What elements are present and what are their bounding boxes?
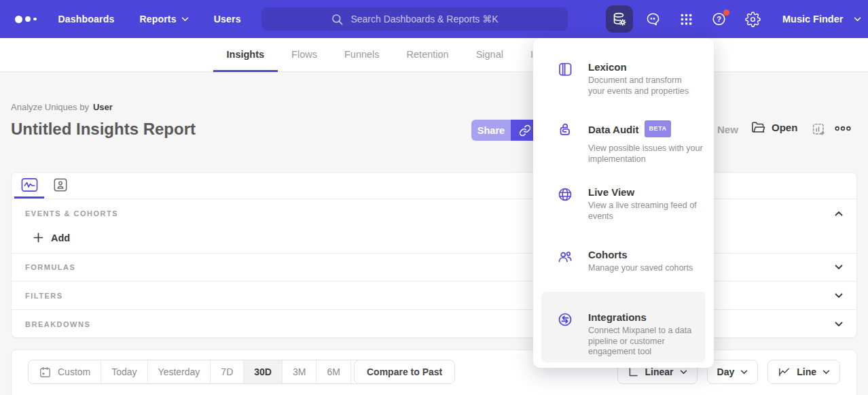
section-filters[interactable]: FILTERS <box>12 281 856 310</box>
tab-funnels[interactable]: Funnels <box>331 38 393 72</box>
date-range-6m[interactable]: 6M <box>317 360 350 383</box>
compare-to-past-button[interactable]: Compare to Past <box>354 360 455 384</box>
menu-item-title-text: Data Audit <box>588 123 638 136</box>
app-root: Dashboards Reports Users Search Dashboar… <box>0 0 868 395</box>
chevron-down-icon <box>822 370 830 375</box>
apps-grid-button[interactable] <box>672 5 700 33</box>
tab-flows[interactable]: Flows <box>278 38 331 72</box>
add-event-button[interactable]: Add <box>33 233 70 243</box>
svg-text:?: ? <box>717 15 721 23</box>
menu-item-title: Integrations <box>588 311 708 324</box>
menu-item-text: Cohorts Manage your saved cohorts <box>588 248 708 274</box>
nav-icon-group: ? <box>606 0 766 38</box>
date-range-today[interactable]: Today <box>101 360 147 383</box>
page-title: Untitled Insights Report <box>11 120 196 139</box>
chevron-up-icon[interactable] <box>835 211 843 216</box>
more-options-button[interactable] <box>834 125 852 132</box>
menu-item-description: Manage your saved cohorts <box>588 263 708 274</box>
chart-type-label: Line <box>797 366 816 377</box>
add-to-dashboard-icon <box>812 122 826 137</box>
line-chart-icon <box>778 366 791 379</box>
report-tabs: Insights Flows Funnels Retention Signal … <box>0 38 868 72</box>
scale-label: Linear <box>645 366 674 377</box>
cohorts-icon <box>557 249 573 268</box>
menu-item-description: Document and transform your events and p… <box>588 75 708 97</box>
nav-dashboards[interactable]: Dashboards <box>58 14 115 24</box>
date-range-label: Custom <box>58 366 90 377</box>
database-gear-icon <box>611 11 628 27</box>
query-builder-panel: EVENTS & COHORTS Add FORMULAS FILTERS BR… <box>11 172 857 338</box>
chevron-down-icon[interactable] <box>835 293 843 298</box>
linear-scale-icon <box>628 366 639 378</box>
menu-item-text: Data Audit BETA View possible issues wit… <box>588 121 708 165</box>
section-formulas[interactable]: FORMULAS <box>12 254 856 281</box>
tab-signal[interactable]: Signal <box>463 38 517 72</box>
integrations-icon <box>557 311 573 330</box>
chart-toolbar: Custom Today Yesterday 7D 30D 3M 6M 12M … <box>11 349 857 395</box>
breadcrumb: Analyze Uniques byUser <box>11 102 113 112</box>
metrics-tab[interactable] <box>14 173 44 199</box>
nav-users[interactable]: Users <box>214 14 241 24</box>
lexicon-icon <box>557 61 573 80</box>
open-report-button[interactable]: Open <box>751 121 797 134</box>
feedback-bubble-icon <box>645 12 661 27</box>
folder-icon <box>751 121 765 134</box>
menu-item-description: View possible issues with your implement… <box>588 143 708 165</box>
date-range-7d[interactable]: 7D <box>211 360 244 383</box>
interval-selector[interactable]: Day <box>707 360 759 384</box>
date-range-custom[interactable]: Custom <box>29 360 101 383</box>
search-input[interactable]: Search Dashboards & Reports ⌘K <box>261 7 568 31</box>
nav-reports[interactable]: Reports <box>139 14 188 24</box>
chevron-down-icon[interactable] <box>835 264 843 270</box>
tab-insights[interactable]: Insights <box>213 38 278 72</box>
date-range-yesterday[interactable]: Yesterday <box>148 360 211 383</box>
menu-item-data-audit[interactable]: Data Audit BETA View possible issues wit… <box>557 121 703 165</box>
share-button-group: Share <box>471 120 539 141</box>
breadcrumb-entity[interactable]: User <box>93 102 113 112</box>
menu-item-integrations[interactable]: Integrations Connect Mixpanel to a data … <box>541 292 706 362</box>
section-label: BREAKDOWNS <box>25 320 90 328</box>
chart-type-selector[interactable]: Line <box>767 360 840 384</box>
menu-item-text: Lexicon Document and transform your even… <box>588 61 708 97</box>
apps-grid-icon <box>679 12 693 27</box>
menu-item-title: Data Audit BETA <box>588 121 708 138</box>
beta-badge: BETA <box>645 120 670 137</box>
query-mode-tabs <box>12 173 856 199</box>
chevron-down-icon <box>181 17 189 22</box>
section-events-cohorts[interactable]: EVENTS & COHORTS <box>12 199 856 222</box>
breadcrumb-prefix: Analyze Uniques by <box>11 102 89 112</box>
menu-item-cohorts[interactable]: Cohorts Manage your saved cohorts <box>557 248 703 274</box>
person-card-icon <box>53 177 68 192</box>
help-button[interactable]: ? <box>706 5 733 33</box>
link-icon <box>519 124 531 137</box>
chevron-down-icon[interactable] <box>835 322 843 327</box>
menu-item-text: Integrations Connect Mixpanel to a data … <box>588 311 708 358</box>
section-breakdowns[interactable]: BREAKDOWNS <box>12 310 856 339</box>
search-placeholder: Search Dashboards & Reports ⌘K <box>350 14 498 24</box>
menu-item-lexicon[interactable]: Lexicon Document and transform your even… <box>557 61 703 97</box>
search-icon <box>331 13 344 26</box>
chevron-down-icon <box>740 370 748 375</box>
workspace-switcher[interactable]: Music Finder <box>782 0 861 38</box>
menu-item-description: View a live streaming feed of events <box>588 201 708 222</box>
section-label: EVENTS & COHORTS <box>25 209 118 218</box>
date-range-3m[interactable]: 3M <box>283 360 317 383</box>
add-to-dashboard-button[interactable] <box>812 122 826 137</box>
tab-retention[interactable]: Retention <box>393 38 463 72</box>
workspace-label: Music Finder <box>782 14 843 24</box>
pulse-chart-icon <box>21 177 38 192</box>
data-management-button[interactable] <box>606 5 633 33</box>
new-report-button[interactable]: New <box>717 124 738 135</box>
section-label: FORMULAS <box>25 263 75 271</box>
chevron-down-icon <box>854 17 861 22</box>
share-button[interactable]: Share <box>471 120 511 141</box>
profiles-tab[interactable] <box>46 173 75 199</box>
data-audit-icon <box>557 122 573 141</box>
settings-button[interactable] <box>739 5 766 33</box>
menu-item-title: Lexicon <box>588 61 708 73</box>
mixpanel-logo-icon[interactable] <box>15 16 37 23</box>
date-range-30d[interactable]: 30D <box>244 360 283 383</box>
menu-item-live-view[interactable]: Live View View a live streaming feed of … <box>557 186 703 222</box>
feedback-button[interactable] <box>639 5 666 33</box>
menu-item-description: Connect Mixpanel to a data pipeline or c… <box>588 326 708 358</box>
